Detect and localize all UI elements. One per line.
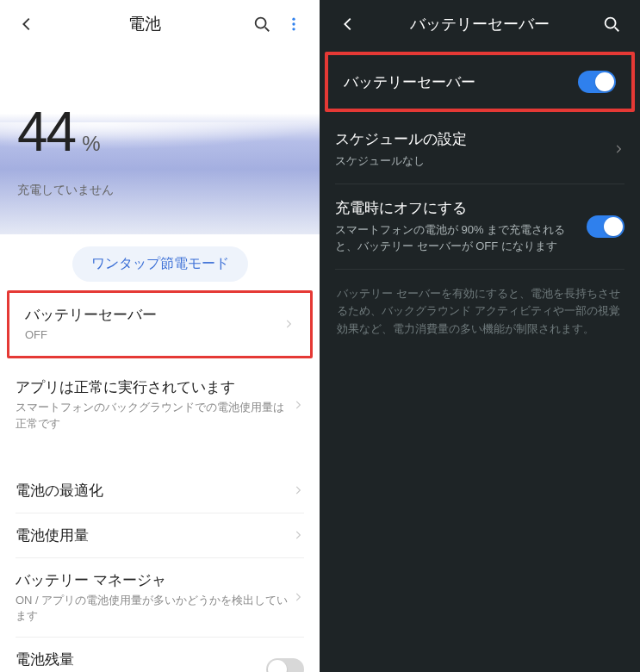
chevron-right-icon	[292, 399, 304, 411]
battery-manager-row[interactable]: バッテリー マネージャ ON / アプリの電池使用量が多いかどうかを検出していま…	[0, 558, 320, 638]
apps-running-title: アプリは正常に実行されています	[16, 377, 292, 397]
manager-title: バッテリー マネージャ	[16, 570, 292, 590]
schedule-sub: スケジュールなし	[335, 152, 602, 170]
chevron-right-icon	[292, 529, 304, 541]
schedule-title: スケジュールの設定	[335, 129, 602, 149]
svg-point-0	[256, 18, 266, 28]
chevron-right-icon	[612, 143, 624, 155]
help-text: バッテリー セーバーを有効にすると、電池を長持ちさせるため、バックグラウンド ア…	[320, 270, 640, 354]
saver-toggle[interactable]	[578, 71, 616, 93]
battery-saver-row[interactable]: バッテリーセーバー OFF	[9, 293, 310, 356]
svg-point-3	[292, 28, 295, 30]
svg-point-4	[606, 18, 616, 28]
page-title: バッテリーセーバー	[364, 14, 595, 34]
search-icon[interactable]	[595, 8, 628, 40]
chevron-right-icon	[292, 484, 304, 496]
schedule-row[interactable]: スケジュールの設定 スケジュールなし	[320, 115, 640, 184]
charge-off-title: 充電時にオフにする	[335, 198, 576, 218]
search-icon[interactable]	[245, 8, 278, 40]
one-tap-saver-button[interactable]: ワンタップ節電モード	[72, 246, 248, 282]
apps-running-sub: スマートフォンのバックグラウンドでの電池使用量は正常です	[16, 400, 292, 432]
saver-toggle-title: バッテリーセーバー	[344, 72, 568, 92]
battery-settings-pane: 電池 44 % 充電していません ワンタップ節電モード バッテリーセーバー OF…	[0, 0, 320, 672]
charge-off-sub: スマートフォンの電池が 90% まで充電されると、バッテリー セーバーが OFF…	[335, 221, 576, 255]
apps-running-row[interactable]: アプリは正常に実行されています スマートフォンのバックグラウンドでの電池使用量は…	[0, 365, 320, 445]
right-header: バッテリーセーバー	[320, 0, 640, 48]
battery-saver-pane: バッテリーセーバー バッテリーセーバー スケジュールの設定 スケジュールなし 充…	[320, 0, 640, 672]
battery-optimize-row[interactable]: 電池の最適化	[0, 469, 320, 513]
highlight-saver-toggle: バッテリーセーバー	[325, 52, 635, 112]
charge-status: 充電していません	[17, 183, 302, 198]
battery-saver-toggle-row[interactable]: バッテリーセーバー	[328, 57, 631, 107]
battery-percent-value: 44	[17, 100, 75, 164]
battery-saver-title: バッテリーセーバー	[25, 305, 283, 325]
remaining-toggle[interactable]	[266, 658, 304, 672]
more-icon[interactable]	[278, 9, 309, 40]
svg-point-1	[292, 18, 295, 21]
remaining-title: 電池残量	[16, 650, 266, 669]
chevron-right-icon	[292, 591, 304, 603]
battery-saver-sub: OFF	[25, 327, 283, 344]
usage-title: 電池使用量	[16, 526, 292, 545]
back-icon[interactable]	[10, 8, 43, 40]
manager-sub: ON / アプリの電池使用量が多いかどうかを検出しています	[16, 593, 292, 625]
page-title: 電池	[43, 13, 245, 35]
back-icon[interactable]	[332, 8, 364, 40]
highlight-battery-saver: バッテリーセーバー OFF	[7, 290, 313, 358]
battery-usage-row[interactable]: 電池使用量	[0, 513, 320, 557]
optimize-title: 電池の最適化	[16, 481, 292, 501]
battery-remaining-row[interactable]: 電池残量 ステータスバーに電池残量を%で表示	[0, 638, 320, 672]
charge-off-toggle[interactable]	[587, 215, 624, 238]
chevron-right-icon	[283, 318, 295, 330]
svg-point-2	[292, 22, 295, 25]
charge-off-row[interactable]: 充電時にオフにする スマートフォンの電池が 90% まで充電されると、バッテリー…	[320, 184, 640, 269]
percent-mark: %	[82, 132, 100, 156]
battery-hero: 44 % 充電していません	[0, 48, 320, 234]
left-header: 電池	[0, 0, 320, 48]
